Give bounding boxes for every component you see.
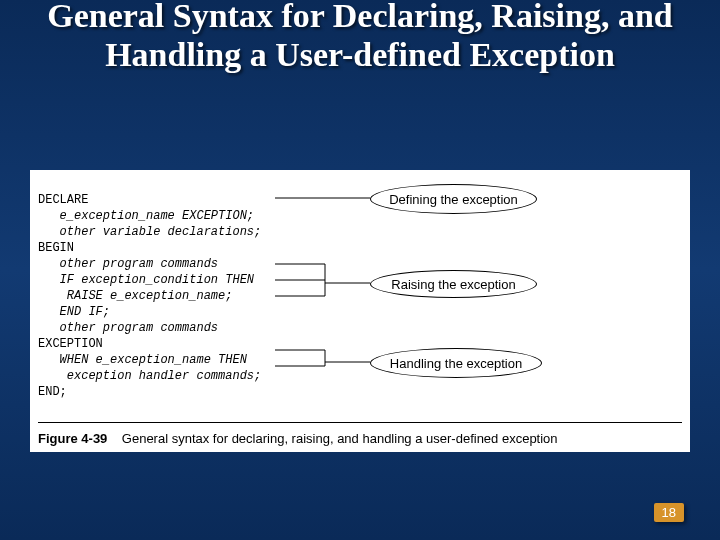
code-line-exception: EXCEPTION (38, 337, 103, 351)
figure-panel: DECLARE e_exception_name EXCEPTION; othe… (30, 170, 690, 452)
code-line-end: END; (38, 385, 67, 399)
code-line-if: IF exception_condition THEN (38, 273, 254, 287)
label-handle: Handling the exception (370, 348, 542, 378)
code-line-other-vars: other variable declarations; (38, 225, 261, 239)
code-line-other-cmds2: other program commands (38, 321, 218, 335)
figure-caption: Figure 4-39 General syntax for declaring… (38, 422, 682, 446)
code-line-endif: END IF; (38, 305, 110, 319)
code-line-other-cmds1: other program commands (38, 257, 218, 271)
label-raise: Raising the exception (370, 270, 537, 298)
slide-title: General Syntax for Declaring, Raising, a… (0, 0, 720, 74)
code-line-declare: DECLARE (38, 193, 88, 207)
code-line-raise: RAISE e_exception_name; (38, 289, 232, 303)
code-line-handler: exception handler commands; (38, 369, 261, 383)
figure-caption-text: General syntax for declaring, raising, a… (122, 431, 558, 446)
code-block: DECLARE e_exception_name EXCEPTION; othe… (38, 176, 261, 416)
figure-number: Figure 4-39 (38, 431, 107, 446)
code-line-begin: BEGIN (38, 241, 74, 255)
code-line-when: WHEN e_exception_name THEN (38, 353, 247, 367)
page-number-badge: 18 (654, 503, 684, 522)
label-define: Defining the exception (370, 184, 537, 214)
code-line-exc-decl: e_exception_name EXCEPTION; (38, 209, 254, 223)
